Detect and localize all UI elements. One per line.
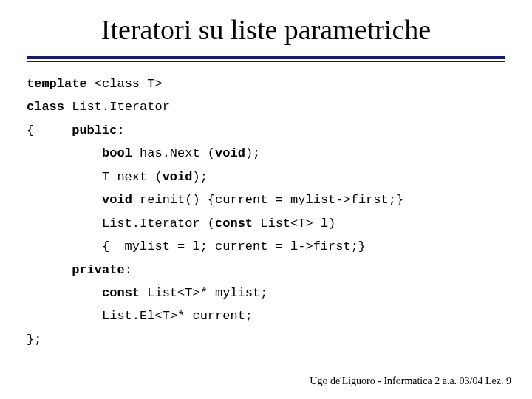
kw-void: void <box>163 170 193 184</box>
code-text: { <box>27 123 72 137</box>
code-text <box>27 263 72 277</box>
code-text: List.El<T>* current; <box>27 309 253 323</box>
code-text: : <box>125 263 132 277</box>
slide-footer: Ugo de'Liguoro - Informatica 2 a.a. 03/0… <box>310 375 511 387</box>
kw-const: const <box>102 286 140 300</box>
code-text: List<T>* mylist; <box>140 286 267 300</box>
code-text: has.Next ( <box>132 146 215 160</box>
code-text: : <box>117 123 124 137</box>
kw-class: class <box>27 100 64 114</box>
code-text: List.Iterator ( <box>27 216 215 231</box>
slide-title: Iteratori su liste parametriche <box>0 0 532 56</box>
slide: Iteratori su liste parametriche template… <box>0 0 532 399</box>
kw-const: const <box>215 216 253 231</box>
code-text: List.Iterator <box>64 100 170 114</box>
kw-private: private <box>72 263 124 277</box>
code-text: T next ( <box>27 170 163 184</box>
code-text: <class T> <box>87 77 163 91</box>
kw-bool: bool <box>102 146 132 160</box>
code-text <box>27 146 102 160</box>
title-rule <box>27 56 505 62</box>
code-text: reinit() {current = mylist->first;} <box>132 193 403 207</box>
code-text: List<T> l) <box>253 216 335 231</box>
code-text <box>27 286 102 300</box>
code-text: { mylist = l; current = l->first;} <box>27 239 366 253</box>
code-text: ); <box>245 146 260 160</box>
code-text: ); <box>192 170 207 184</box>
kw-template: template <box>27 77 87 91</box>
kw-public: public <box>72 123 117 137</box>
kw-void: void <box>102 193 132 207</box>
code-text <box>27 193 102 207</box>
kw-void: void <box>215 146 245 160</box>
code-block: template <class T> class List.Iterator {… <box>0 62 532 351</box>
code-text: }; <box>27 332 41 347</box>
